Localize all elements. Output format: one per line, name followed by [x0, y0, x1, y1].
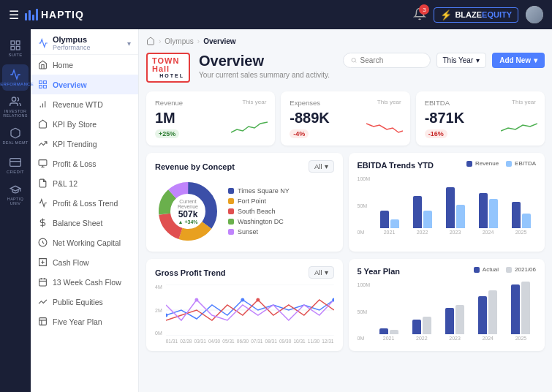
- charts-row-2: Gross Profit Trend All ▾ 4M 2M 0M: [146, 259, 545, 351]
- ebitda-bar-revenue-2023: [446, 187, 455, 228]
- gross-profit-filter[interactable]: All ▾: [309, 266, 334, 279]
- five-year-plan-2025: [521, 282, 530, 334]
- nav-item-overview[interactable]: Overview: [31, 75, 138, 94]
- kpi-period-revenue: This year: [242, 99, 266, 105]
- nav-item-pnl[interactable]: Profit & Loss: [31, 154, 138, 173]
- svg-rect-2: [11, 46, 15, 50]
- sidebar-item-investor[interactable]: INVESTOR RELATIONS: [2, 94, 29, 120]
- five-year-actual-2022: [412, 320, 421, 334]
- donut-area: Current Revenue 507k ▲+34% Times Square …: [155, 178, 334, 244]
- nav-item-pnl-trend[interactable]: Profit & Loss Trend: [31, 193, 138, 213]
- ebitda-bar-legend: Revenue EBITDA: [466, 160, 536, 167]
- nav-chevron-icon[interactable]: ▾: [127, 39, 131, 48]
- legend-item-2: South Beach: [228, 208, 290, 215]
- ebitda-bars: 2021 2022: [374, 176, 536, 235]
- sidebar-item-credit[interactable]: CREDIT: [2, 152, 29, 178]
- avatar[interactable]: [526, 6, 543, 23]
- ebitda-trends-header: EBITDA Trends YTD Revenue EBITDA: [358, 160, 537, 170]
- sidebar-label-credit: CREDIT: [7, 170, 24, 175]
- five-year-bar-2021: 2021: [374, 328, 404, 341]
- ebitda-bar-ebitda-2021: [390, 219, 399, 228]
- gross-profit-x-labels: 01/31 02/28 03/31 04/30 05/31 06/30 07/3…: [166, 339, 334, 344]
- five-year-bar-2025: 2025: [506, 282, 536, 341]
- donut-center-badge: ▲+34%: [172, 219, 205, 225]
- sidebar-item-suite[interactable]: SUITE: [2, 35, 29, 61]
- nav-item-balance-label: Balance Sheet: [53, 219, 102, 227]
- search-box[interactable]: [343, 53, 431, 68]
- nav-menu: Olympus Performance ▾ Home Overview Reve…: [31, 29, 139, 392]
- svg-rect-23: [39, 318, 47, 325]
- nav-item-public-equities[interactable]: Public Equities: [31, 292, 138, 312]
- notification-icon[interactable]: 3: [413, 7, 426, 22]
- nav-item-balance[interactable]: Balance Sheet: [31, 213, 138, 233]
- nav-item-kpi-store[interactable]: KPI By Store: [31, 114, 138, 134]
- ebitda-bar-label-2021: 2021: [384, 230, 396, 235]
- hamburger-icon[interactable]: ☰: [9, 8, 19, 22]
- five-year-plan-card: 5 Year Plan Actual 2021/06 100M 50M: [349, 259, 545, 351]
- year-filter[interactable]: This Year ▾: [436, 53, 487, 68]
- ebitda-bar-group-2025: [512, 202, 531, 228]
- nav-item-home[interactable]: Home: [31, 55, 138, 75]
- sidebar-item-performance[interactable]: PERFORMANCE: [2, 64, 29, 91]
- ebitda-bar-label-2023: 2023: [450, 230, 461, 235]
- breadcrumb: › Olympus › Overview: [146, 37, 545, 45]
- ebitda-bar-2021: 2021: [374, 211, 404, 235]
- ebitda-bar-ebitda-2022: [423, 211, 432, 228]
- nav-item-13week-label: 13 Week Cash Flow: [53, 278, 121, 287]
- search-input[interactable]: [360, 56, 423, 64]
- five-year-bar-group-2023: [445, 305, 464, 334]
- five-year-y-labels: 100M 50M 0M: [358, 282, 372, 341]
- five-year-legend: Actual 2021/06: [474, 266, 536, 273]
- overview-title-group: Overview Your current sales summary and …: [199, 53, 334, 79]
- sidebar-label-deal: DEAL MGMT: [2, 140, 28, 145]
- add-new-button[interactable]: Add New ▾: [492, 53, 545, 68]
- revenue-by-concept-filter[interactable]: All ▾: [309, 160, 334, 173]
- five-year-label-2021: 2021: [383, 336, 395, 341]
- ebitda-bar-group-2022: [413, 196, 432, 228]
- legend-label-1: Fort Point: [238, 197, 266, 205]
- nav-item-nwc[interactable]: Net Working Capital: [31, 233, 138, 252]
- nav-item-revenue-wtd[interactable]: Revenue WTD: [31, 94, 138, 114]
- hotel-name-hotel: Hotel: [152, 73, 184, 78]
- svg-rect-5: [10, 158, 21, 166]
- gross-profit-y-labels: 4M 2M 0M: [155, 284, 164, 336]
- five-year-bar-2022: 2022: [407, 317, 436, 341]
- kpi-badge-ebitda: -16%: [425, 129, 447, 138]
- nav-item-kpi-trending-label: KPI Trending: [53, 140, 97, 148]
- performance-nav-icon: [38, 38, 48, 48]
- five-year-plan-2021: [390, 330, 398, 334]
- gross-profit-chart: 4M 2M 0M: [155, 284, 334, 344]
- kpi-card-expenses: Expenses This year -889K -4%: [281, 91, 409, 146]
- sidebar-item-deal[interactable]: DEAL MGMT: [2, 123, 29, 149]
- main-content: › Olympus › Overview TOWN Hall Hotel Ove…: [139, 29, 552, 392]
- kpi-card-ebitda: EBITDA This year -871K -16%: [416, 91, 545, 146]
- breadcrumb-home-icon[interactable]: [146, 37, 155, 45]
- five-year-bars: 2021 2022: [374, 282, 536, 341]
- nav-item-pnl-label: Profit & Loss: [53, 159, 97, 168]
- nav-item-cashflow[interactable]: Cash Flow: [31, 252, 138, 272]
- ebitda-trends-card: EBITDA Trends YTD Revenue EBITDA 100M 50…: [349, 153, 545, 252]
- ebitda-bar-group-2023: [446, 187, 465, 228]
- legend-item-0: Times Square NY: [228, 187, 290, 195]
- nav-item-nwc-label: Net Working Capital: [53, 238, 121, 247]
- svg-rect-9: [39, 86, 42, 88]
- nav-item-13week[interactable]: 13 Week Cash Flow: [31, 272, 138, 292]
- legend-label-2: South Beach: [238, 208, 276, 215]
- kpi-badge-expenses: -4%: [290, 129, 309, 138]
- nav-item-public-equities-label: Public Equities: [53, 298, 103, 306]
- nav-item-five-year[interactable]: Five Year Plan: [31, 312, 138, 331]
- nav-item-kpi-trending[interactable]: KPI Trending: [31, 134, 138, 154]
- five-year-plan-2022: [423, 317, 431, 334]
- nav-item-pnl12[interactable]: P&L 12: [31, 173, 138, 193]
- sidebar-item-university[interactable]: HAPTIQ UNIV: [2, 181, 29, 208]
- ebitda-bar-revenue-2025: [512, 202, 521, 228]
- five-year-legend-actual-dot: [474, 267, 480, 273]
- legend-item-4: Sunset: [228, 228, 290, 235]
- legend-label-4: Sunset: [238, 228, 258, 235]
- nav-left: ☰ HAPTIQ: [9, 8, 84, 22]
- ebitda-legend-ebitda-label: EBITDA: [515, 160, 536, 167]
- svg-point-4: [12, 97, 15, 101]
- add-new-label: Add New: [499, 56, 531, 64]
- nav-item-five-year-label: Five Year Plan: [53, 317, 102, 326]
- page-title: Overview: [199, 53, 334, 69]
